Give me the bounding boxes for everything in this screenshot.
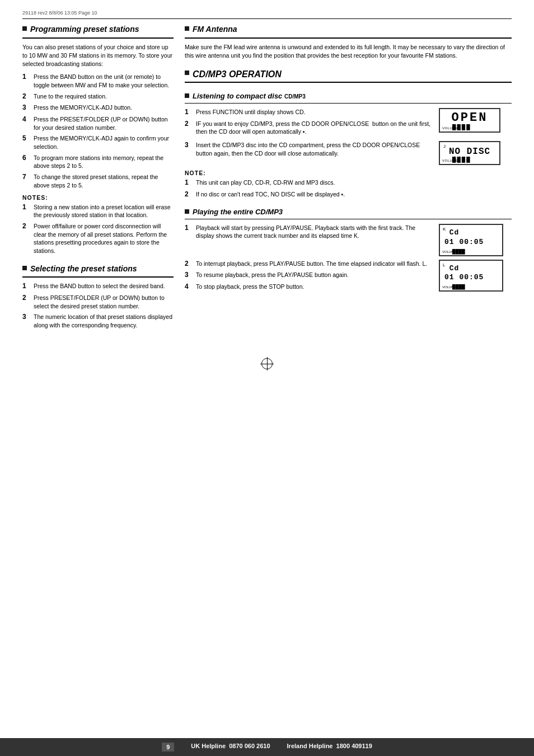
- note-label: NOTE:: [185, 170, 512, 176]
- playing-steps-2-4-list: 2To interrupt playback, press PLAY/PAUSE…: [185, 260, 433, 292]
- step-num: 3: [22, 104, 30, 112]
- right-column: FM Antenna Make sure the FM lead wire an…: [185, 25, 512, 339]
- note-text: Power off/failure or power cord disconne…: [34, 222, 174, 255]
- vol-bars-4: ████: [452, 284, 465, 289]
- step-num: 1: [22, 282, 30, 291]
- list-item: 1Playback will start by pressing PLAY/PA…: [185, 224, 433, 240]
- playing-step1-text: 1Playback will start by pressing PLAY/PA…: [185, 224, 433, 243]
- step-text: IF you want to enjoy CD/MP3, press the C…: [196, 120, 433, 136]
- ireland-label: Ireland Helpline: [287, 743, 333, 749]
- lcd-display-k: K Cd 01 00:05 VOLUME ████: [439, 224, 503, 256]
- uk-phone: 0870 060 2610: [229, 743, 270, 749]
- listening-steps-container: 1Press FUNCTION until display shows CD. …: [185, 108, 433, 139]
- bottom-crosshair: [260, 357, 274, 370]
- step-text: Press the BAND button to select the desi…: [34, 282, 165, 291]
- lcd-display-open: OPEN VOLUME ████: [439, 108, 500, 133]
- programming-divider: [22, 37, 174, 39]
- vol-bars-1: ████: [452, 124, 471, 130]
- step-text: To program more stations into memory, re…: [34, 154, 174, 170]
- vol-bars-3: ████: [452, 249, 465, 254]
- vol-bars-2: ████: [452, 157, 471, 162]
- page-footer: 9 UK Helpline 0870 060 2610 Ireland Help…: [0, 738, 534, 756]
- selecting-header: Selecting the preset stations: [22, 264, 174, 274]
- list-item: 2Tune to the required station.: [22, 92, 174, 101]
- section-marker-play: [185, 209, 189, 214]
- programming-body: You can also preset stations of your cho…: [22, 43, 174, 69]
- listening-content: 1Press FUNCTION until display shows CD. …: [185, 108, 512, 139]
- note-text: This unit can play CD, CD-R, CD-RW and M…: [196, 179, 335, 187]
- selecting-steps: 1Press the BAND button to select the des…: [22, 282, 174, 329]
- display-label-k: K: [443, 227, 446, 232]
- list-item: 7To change the stored preset stations, r…: [22, 173, 174, 189]
- display-k-text: Cd 01 00:05: [444, 227, 498, 247]
- programming-header: Programming preset stations: [22, 25, 174, 34]
- display2-container: J NO DISC VOLUME ████: [439, 141, 512, 165]
- step-num: 3: [22, 313, 30, 329]
- step-text: To interrupt playback, press PLAY/PAUSE …: [196, 260, 427, 269]
- step-num: 2: [22, 92, 30, 101]
- display1-container: OPEN VOLUME ████: [439, 108, 512, 133]
- step-num: 4: [22, 115, 30, 132]
- display-label-j: J: [443, 144, 446, 149]
- list-item: 2If no disc or can't read TOC, NO DISC w…: [185, 190, 512, 199]
- step-text: Press FUNCTION until display shows CD.: [196, 108, 305, 117]
- note-text: If no disc or can't read TOC, NO DISC wi…: [196, 190, 345, 199]
- list-item: 3The numeric location of that preset sta…: [22, 313, 174, 329]
- programming-notes: 1Storing a new station into a preset loc…: [22, 203, 174, 255]
- notes-label: NOTES:: [22, 194, 174, 201]
- programming-steps: 1Press the BAND button on the unit (or r…: [22, 73, 174, 189]
- step-text: Press the MEMORY/CLK-ADJ button.: [34, 104, 132, 112]
- content-area: Programming preset stations You can also…: [0, 19, 534, 350]
- fm-antenna-title: FM Antenna: [193, 25, 237, 34]
- step-text: Press the PRESET/FOLDER (UP or DOWN) but…: [34, 115, 174, 132]
- selecting-divider: [22, 276, 174, 278]
- step-num: 2: [22, 294, 30, 310]
- bottom-area: [22, 350, 512, 378]
- list-item: 1Press the BAND button to select the des…: [22, 282, 174, 291]
- step-text: The numeric location of that preset stat…: [34, 313, 174, 329]
- list-item: 4Press the PRESET/FOLDER (UP or DOWN) bu…: [22, 115, 174, 132]
- display-l-text: Cd 01 00:05: [444, 263, 498, 283]
- cdmp3-title: CD/MP3 OPERATION: [193, 69, 282, 79]
- listening-steps: 1Press FUNCTION until display shows CD. …: [185, 108, 433, 136]
- list-item: 2Press PRESET/FOLDER (UP or DOWN) button…: [22, 294, 174, 310]
- left-column: Programming preset stations You can also…: [22, 25, 174, 339]
- step-num: 7: [22, 173, 30, 189]
- note-num: 2: [22, 222, 30, 255]
- section-marker: [22, 26, 27, 31]
- programming-section: Programming preset stations You can also…: [22, 25, 174, 255]
- ireland-phone: 1800 409119: [336, 743, 372, 749]
- cdmp3-section: CD/MP3 OPERATION: [185, 69, 512, 83]
- step-num: 1: [22, 73, 30, 89]
- selecting-title: Selecting the preset stations: [30, 264, 137, 274]
- step3-list: 3Insert the CD/MP3 disc into the CD comp…: [185, 141, 433, 157]
- list-item: 6To program more stations into memory, r…: [22, 154, 174, 170]
- section-marker-cd: [185, 71, 189, 75]
- lcd-text-nodisc: NO DISC: [449, 147, 490, 157]
- list-item: 1Storing a new station into a preset loc…: [22, 203, 174, 219]
- uk-label: UK Helpline: [191, 743, 226, 749]
- cdmp3-divider: [185, 82, 512, 83]
- playing-divider: [185, 219, 512, 219]
- listening-notes: 1This unit can play CD, CD-R, CD-RW and …: [185, 179, 512, 199]
- section-marker-fm: [185, 26, 189, 31]
- programming-title: Programming preset stations: [30, 25, 139, 34]
- header-text: 29118 rev2 8/8/06 13:05 Page 10: [22, 10, 97, 16]
- bottom-crosshair-container: [260, 357, 274, 370]
- footer-ireland: Ireland Helpline 1800 409119: [287, 743, 372, 752]
- list-item: 4To stop playback, press the STOP button…: [185, 283, 433, 292]
- playing-step1-list: 1Playback will start by pressing PLAY/PA…: [185, 224, 433, 240]
- playing-section: Playing the entire CD/MP3 1Playback will…: [185, 208, 512, 294]
- step-text: Playback will start by pressing PLAY/PAU…: [196, 224, 433, 240]
- listening-divider: [185, 103, 512, 104]
- step-text: To stop playback, press the STOP button.: [196, 283, 304, 292]
- list-item: 2Power off/failure or power cord disconn…: [22, 222, 174, 255]
- page-header: 29118 rev2 8/8/06 13:05 Page 10: [0, 0, 534, 18]
- list-item: 1Press the BAND button on the unit (or r…: [22, 73, 174, 89]
- display4-container: L Cd 01 00:05 VOLUME ████: [439, 260, 512, 292]
- lcd-display-nodisc: J NO DISC VOLUME ████: [439, 141, 500, 165]
- display-label-l: L: [443, 262, 445, 267]
- note-num: 1: [22, 203, 30, 219]
- list-item: 3Insert the CD/MP3 disc into the CD comp…: [185, 141, 433, 157]
- playing-steps-2-4-text: 2To interrupt playback, press PLAY/PAUSE…: [185, 260, 433, 294]
